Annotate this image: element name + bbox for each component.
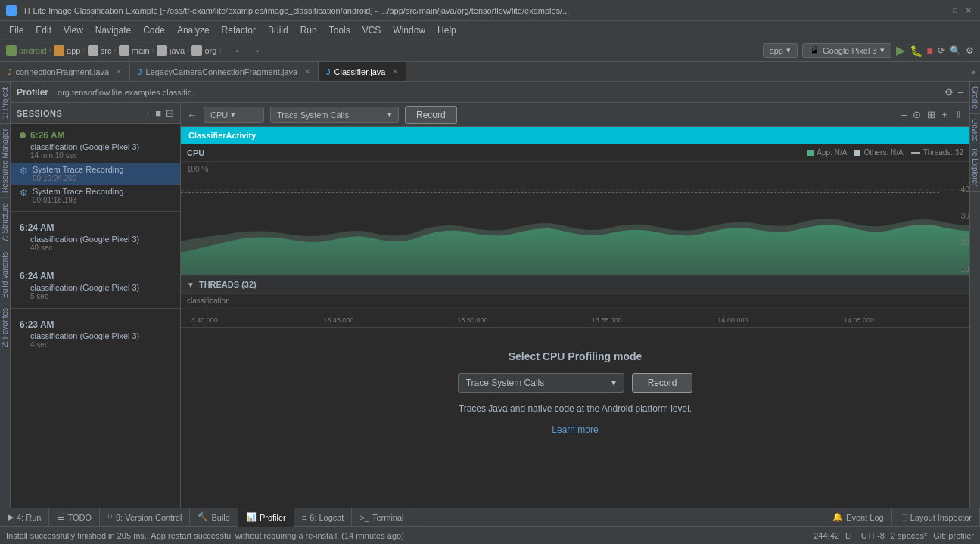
- tab-profiler[interactable]: 📊 Profiler: [238, 508, 294, 527]
- tab-layout-inspector[interactable]: ⬚ Layout Inspector: [892, 508, 980, 527]
- sync-button[interactable]: ⟳: [938, 45, 945, 56]
- minimize-profiler-icon[interactable]: –: [958, 86, 963, 98]
- menu-build[interactable]: Build: [262, 23, 294, 37]
- zoom-fit-icon[interactable]: ⊞: [927, 109, 935, 120]
- line-ending[interactable]: LF: [845, 531, 855, 540]
- sidebar-item-structure[interactable]: 7: Structure: [0, 197, 10, 247]
- device-icon: 📱: [809, 45, 820, 55]
- menu-run[interactable]: Run: [294, 23, 323, 37]
- breadcrumb-java[interactable]: java: [170, 46, 185, 55]
- sidebar-item-project[interactable]: 1: Project: [0, 82, 10, 123]
- tab-close-icon[interactable]: ✕: [304, 67, 310, 76]
- session-menu-button[interactable]: ⊟: [166, 107, 174, 119]
- trace-item-1[interactable]: ⚙ System Trace Recording 00:10:04.200: [11, 163, 180, 185]
- sessions-panel: SESSIONS + ■ ⊟ 6:26 AM classification (G…: [11, 103, 181, 508]
- stop-session-button[interactable]: ■: [155, 107, 161, 119]
- menu-window[interactable]: Window: [387, 23, 431, 37]
- tab-close-icon[interactable]: ✕: [116, 67, 122, 76]
- tab-todo[interactable]: ☰ TODO: [49, 508, 100, 527]
- profiler-main: Profiler org.tensorflow.lite.examples.cl…: [11, 82, 969, 508]
- cursor-position[interactable]: 244:42: [814, 531, 839, 540]
- zoom-out-icon[interactable]: –: [901, 109, 907, 120]
- tab-event-log[interactable]: 🔔 Event Log: [825, 508, 892, 527]
- device-selector[interactable]: 📱 Google Pixel 3 ▾: [802, 43, 891, 58]
- maximize-button[interactable]: □: [950, 5, 960, 16]
- tab-build[interactable]: 🔨 Build: [190, 508, 238, 527]
- app-icon: [6, 5, 17, 16]
- trace-dropdown[interactable]: Trace System Calls ▾: [270, 107, 399, 123]
- close-button[interactable]: ✕: [963, 5, 974, 16]
- app-legend-dot: [807, 150, 814, 156]
- java-folder-icon: [157, 45, 167, 56]
- tab-close-icon[interactable]: ✕: [392, 67, 398, 76]
- app-folder-icon: [54, 45, 64, 56]
- zoom-in-icon[interactable]: +: [941, 109, 947, 120]
- run-button[interactable]: ▶: [896, 43, 905, 58]
- back-nav-icon[interactable]: ←: [234, 45, 244, 57]
- menu-help[interactable]: Help: [431, 23, 462, 37]
- menu-analyze[interactable]: Analyze: [171, 23, 216, 37]
- status-bar: Install successfully finished in 205 ms.…: [0, 526, 980, 544]
- settings-nav-icon[interactable]: ⚙: [966, 45, 974, 56]
- breadcrumb-src[interactable]: src: [101, 46, 112, 55]
- profiler-content: ← CPU ▾ Trace System Calls ▾ Record – ⊙: [181, 103, 969, 508]
- right-sidebar: Gradle Device File Explorer: [969, 82, 980, 508]
- stop-button[interactable]: ■: [927, 45, 933, 57]
- sidebar-item-favorites[interactable]: 2: Favorites: [0, 303, 10, 352]
- menu-bar: File Edit View Navigate Code Analyze Ref…: [0, 21, 980, 39]
- session-indicator: [20, 132, 26, 138]
- pause-icon[interactable]: ⏸: [954, 109, 963, 120]
- add-session-button[interactable]: +: [145, 107, 151, 119]
- profiler-tab-icon: 📊: [246, 512, 257, 522]
- sidebar-item-gradle[interactable]: Gradle: [970, 82, 980, 114]
- learn-more-link[interactable]: Learn more: [552, 424, 598, 435]
- breadcrumb-org[interactable]: org: [204, 46, 216, 55]
- charset[interactable]: UTF-8: [861, 531, 885, 540]
- menu-code[interactable]: Code: [137, 23, 171, 37]
- menu-view[interactable]: View: [58, 23, 89, 37]
- tab-logcat[interactable]: ≡ 6: Logcat: [294, 508, 353, 527]
- session-device-624a: classification (Google Pixel 3): [20, 235, 171, 244]
- tab-version-control[interactable]: ⑂ 9: Version Control: [100, 508, 190, 527]
- git-branch[interactable]: Git: profiler: [933, 531, 974, 540]
- tab-terminal[interactable]: >_ Terminal: [352, 508, 412, 527]
- app-selector[interactable]: app ▾: [763, 43, 798, 58]
- profiling-desc: Traces Java and native code at the Andro…: [459, 403, 692, 414]
- record-button[interactable]: Record: [405, 106, 457, 124]
- tab-run[interactable]: ▶ 4: Run: [0, 508, 49, 527]
- menu-vcs[interactable]: VCS: [356, 23, 387, 37]
- tab-connection-fragment[interactable]: J connectionFragment.java ✕: [0, 62, 130, 82]
- breadcrumb-app[interactable]: app: [67, 46, 80, 55]
- threads-toggle-icon[interactable]: ▼: [187, 281, 194, 289]
- forward-nav-icon[interactable]: →: [250, 45, 261, 57]
- time-marker-4: 14:00.000: [717, 316, 748, 324]
- gear-icon[interactable]: ⚙: [944, 86, 954, 98]
- minimize-button[interactable]: –: [936, 5, 947, 16]
- menu-navigate[interactable]: Navigate: [89, 23, 137, 37]
- cpu-dropdown[interactable]: CPU ▾: [204, 107, 264, 123]
- sidebar-item-build-variants[interactable]: Build Variants: [0, 247, 10, 303]
- menu-edit[interactable]: Edit: [30, 23, 58, 37]
- trace-item-2[interactable]: ⚙ System Trace Recording 00:01:16.193: [11, 185, 180, 207]
- sidebar-item-device-file-explorer[interactable]: Device File Explorer: [970, 114, 980, 191]
- tabs-overflow[interactable]: »: [966, 67, 980, 76]
- indentation[interactable]: 2 spaces*: [891, 531, 927, 540]
- logcat-tab-icon: ≡: [302, 513, 306, 522]
- menu-refactor[interactable]: Refactor: [216, 23, 262, 37]
- zoom-reset-icon[interactable]: ⊙: [913, 109, 921, 120]
- toolbar-back-icon[interactable]: ←: [187, 109, 198, 121]
- tab-classifier[interactable]: J Classifier.java ✕: [319, 62, 406, 82]
- debug-button[interactable]: 🐛: [910, 45, 922, 57]
- tab-legacy-camera[interactable]: J LegacyCameraConnectionFragment.java ✕: [130, 62, 319, 82]
- menu-file[interactable]: File: [3, 23, 30, 37]
- thread-name: classification: [187, 297, 230, 305]
- toolbar-zoom-controls: – ⊙ ⊞ + ⏸: [901, 109, 963, 120]
- profiling-dropdown[interactable]: Trace System Calls ▾: [458, 373, 624, 393]
- profiler-body: SESSIONS + ■ ⊟ 6:26 AM classification (G…: [11, 103, 969, 508]
- sidebar-item-resource-manager[interactable]: Resource Manager: [0, 123, 10, 197]
- breadcrumb-main[interactable]: main: [132, 46, 150, 55]
- breadcrumb-android[interactable]: android: [19, 46, 47, 55]
- profiling-record-button[interactable]: Record: [632, 373, 693, 393]
- search-nav-icon[interactable]: 🔍: [950, 45, 961, 56]
- menu-tools[interactable]: Tools: [323, 23, 356, 37]
